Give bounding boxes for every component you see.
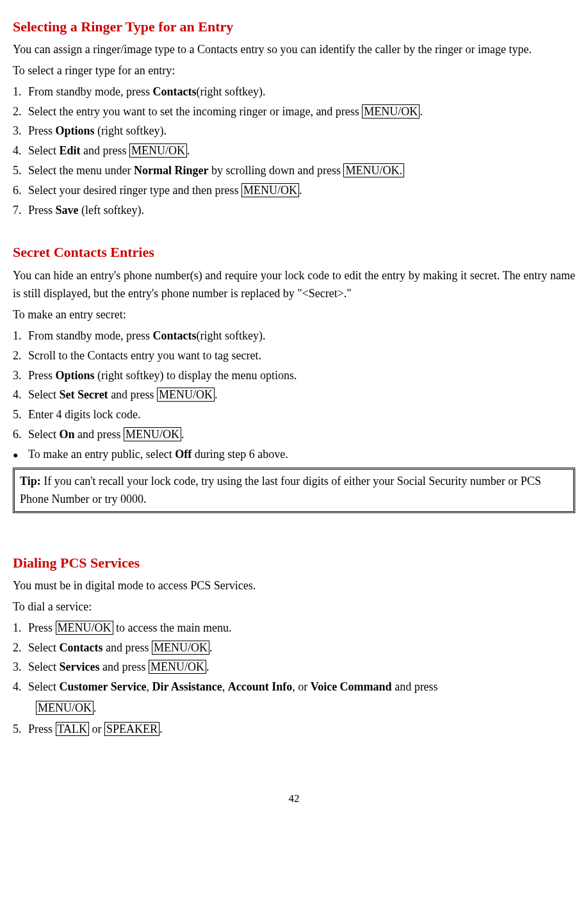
text: and press bbox=[392, 680, 438, 693]
step-3-1: 1.Press MENU/OK to access the main menu. bbox=[13, 619, 575, 637]
text: and press bbox=[99, 660, 148, 673]
text: . bbox=[299, 184, 302, 197]
step-num: 2. bbox=[13, 102, 28, 121]
step-num: 6. bbox=[13, 425, 28, 444]
text: Select your desired ringer type and then… bbox=[28, 184, 241, 197]
text: , bbox=[147, 680, 152, 693]
bold-on: On bbox=[59, 428, 74, 441]
text: , or bbox=[292, 680, 311, 693]
step-1-2: 2.Select the entry you want to set the i… bbox=[13, 102, 575, 121]
step-num: 1. bbox=[13, 83, 28, 101]
text: Select bbox=[28, 680, 59, 693]
text: or bbox=[89, 723, 104, 735]
text: . bbox=[94, 701, 97, 714]
bold-dir-assistance: Dir Assistance bbox=[152, 680, 222, 693]
key-menu-ok: MENU/OK bbox=[149, 660, 206, 674]
tip-box: Tip: If you can't recall your lock code,… bbox=[13, 468, 575, 514]
text: . bbox=[420, 105, 423, 118]
tip-text: If you can't recall your lock code, try … bbox=[20, 475, 541, 506]
text: (right softkey). bbox=[196, 329, 265, 342]
key-menu-ok: MENU/OK bbox=[241, 183, 299, 197]
text: during step 6 above. bbox=[192, 448, 288, 461]
text: . bbox=[206, 660, 209, 673]
step-1-7: 7.Press Save (left softkey). bbox=[13, 201, 575, 220]
step-1-4: 4.Select Edit and press MENU/OK. bbox=[13, 142, 575, 160]
key-menu-ok: MENU/OK bbox=[124, 427, 181, 441]
step-3-5: 5.Press TALK or SPEAKER. bbox=[13, 720, 575, 739]
text: Select bbox=[28, 388, 59, 401]
section-lead-1: To select a ringer type for an entry: bbox=[13, 61, 575, 80]
step-num: 2. bbox=[13, 347, 28, 365]
step-list-3b: 5.Press TALK or SPEAKER. bbox=[13, 720, 575, 739]
step-3-2: 2.Select Contacts and press MENU/OK. bbox=[13, 639, 575, 657]
tip-label: Tip: bbox=[20, 475, 41, 487]
bold-options: Options bbox=[56, 124, 95, 137]
text: Enter 4 digits lock code. bbox=[28, 408, 140, 421]
text: (right softkey). bbox=[95, 124, 167, 137]
text: (right softkey) to display the menu opti… bbox=[95, 369, 297, 382]
step-num: 3. bbox=[13, 122, 28, 140]
page-number: 42 bbox=[13, 790, 575, 807]
text: From standby mode, press bbox=[28, 85, 152, 98]
step-1-6: 6.Select your desired ringer type and th… bbox=[13, 181, 575, 200]
text: Press bbox=[28, 204, 56, 217]
step-2-1: 1.From standby mode, press Contacts(righ… bbox=[13, 327, 575, 345]
step-num: 6. bbox=[13, 181, 28, 200]
text: From standby mode, press bbox=[28, 329, 152, 342]
text: . bbox=[209, 641, 213, 654]
text: and press bbox=[108, 388, 157, 401]
text: . bbox=[215, 388, 218, 401]
step-num: 7. bbox=[13, 201, 28, 220]
step-2-5: 5.Enter 4 digits lock code. bbox=[13, 405, 575, 424]
key-menu-ok: MENU/OK bbox=[36, 701, 94, 715]
text: (right softkey). bbox=[196, 85, 265, 98]
step-num: 4. bbox=[13, 678, 28, 696]
step-num: 5. bbox=[13, 161, 28, 180]
key-speaker: SPEAKER bbox=[104, 722, 159, 736]
bullet-icon: ● bbox=[13, 448, 28, 462]
key-menu-ok: MENU/OK bbox=[157, 388, 215, 402]
bold-customer-service: Customer Service bbox=[59, 680, 146, 693]
section-lead-3: To dial a service: bbox=[13, 598, 575, 616]
step-2-6: 6.Select On and press MENU/OK. bbox=[13, 425, 575, 444]
step-list-3: 1.Press MENU/OK to access the main menu.… bbox=[13, 619, 575, 696]
step-1-5: 5.Select the menu under Normal Ringer by… bbox=[13, 161, 575, 180]
section-intro-1: You can assign a ringer/image type to a … bbox=[13, 40, 575, 59]
step-num: 5. bbox=[13, 405, 28, 424]
text: Select bbox=[28, 144, 59, 157]
section-lead-2: To make an entry secret: bbox=[13, 306, 575, 324]
step-num: 4. bbox=[13, 142, 28, 160]
text: Select the entry you want to set the inc… bbox=[28, 105, 362, 118]
bold-contacts: Contacts bbox=[152, 85, 196, 98]
bold-contacts: Contacts bbox=[152, 329, 196, 342]
text: Press bbox=[28, 723, 56, 735]
bold-save: Save bbox=[56, 204, 79, 217]
text: and press bbox=[102, 641, 151, 654]
text: . bbox=[187, 144, 190, 157]
section-intro-2: You can hide an entry's phone number(s) … bbox=[13, 266, 575, 304]
step-num: 4. bbox=[13, 386, 28, 404]
step-2-2: 2.Scroll to the Contacts entry you want … bbox=[13, 347, 575, 365]
step-num: 3. bbox=[13, 366, 28, 385]
bold-off: Off bbox=[175, 448, 192, 461]
bold-set-secret: Set Secret bbox=[59, 388, 108, 401]
section-title-1: Selecting a Ringer Type for an Entry bbox=[13, 15, 575, 38]
key-menu-ok: MENU/OK bbox=[362, 104, 420, 119]
step-1-1: 1.From standby mode, press Contacts(righ… bbox=[13, 83, 575, 101]
text: Select bbox=[28, 428, 59, 441]
section-title-2: Secret Contacts Entries bbox=[13, 241, 575, 263]
text: and press bbox=[75, 428, 124, 441]
text: (left softkey). bbox=[79, 204, 144, 217]
bold-edit: Edit bbox=[59, 144, 80, 157]
text: . bbox=[181, 428, 184, 441]
step-num: 5. bbox=[13, 720, 28, 739]
text: Press bbox=[28, 124, 56, 137]
step-2-3: 3.Press Options (right softkey) to displ… bbox=[13, 366, 575, 385]
bold-options: Options bbox=[56, 369, 95, 382]
step-1-3: 3.Press Options (right softkey). bbox=[13, 122, 575, 140]
key-talk: TALK bbox=[56, 722, 90, 736]
step-3-3: 3.Select Services and press MENU/OK. bbox=[13, 658, 575, 676]
text: and press bbox=[81, 144, 129, 157]
step-3-4: 4.Select Customer Service, Dir Assistanc… bbox=[13, 678, 575, 696]
step-num: 1. bbox=[13, 619, 28, 637]
